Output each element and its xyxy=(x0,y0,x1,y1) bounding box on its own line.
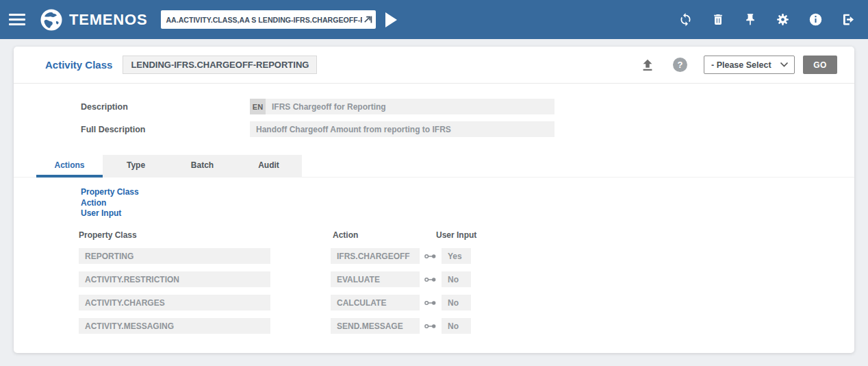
refresh-icon[interactable] xyxy=(678,12,693,27)
field-section: Description EN IFRS Chargeoff for Report… xyxy=(14,84,854,137)
logout-icon[interactable] xyxy=(841,12,856,27)
command-line-wrapper xyxy=(161,10,376,29)
action-field: CALCULATE xyxy=(331,295,420,310)
quick-link-action[interactable]: Action xyxy=(81,198,854,209)
full-description-row: Full Description Handoff Chargeoff Amoun… xyxy=(81,121,854,137)
record-card: Activity Class LENDING-IFRS.CHARGEOFF-RE… xyxy=(14,47,854,353)
user-input-field: No xyxy=(442,271,471,287)
globe-icon xyxy=(39,8,64,32)
action-field: EVALUATE xyxy=(331,271,420,287)
property-class-field: ACTIVITY.MESSAGING xyxy=(79,318,270,334)
top-bar: TEMENOS xyxy=(0,0,868,39)
property-class-field: ACTIVITY.RESTRICTION xyxy=(79,271,270,287)
user-input-field: No xyxy=(442,295,471,310)
version-select-value: - Please Select xyxy=(711,60,771,70)
full-description-value-wrap: Handoff Chargeoff Amount from reporting … xyxy=(250,121,554,137)
link-icon[interactable] xyxy=(424,276,436,283)
description-row: Description EN IFRS Chargeoff for Report… xyxy=(81,99,854,114)
full-description-label: Full Description xyxy=(81,125,250,134)
menu-icon[interactable] xyxy=(9,11,25,28)
user-input-field: No xyxy=(442,318,471,334)
quick-links: Property Class Action User Input xyxy=(81,187,854,219)
launch-icon[interactable] xyxy=(362,14,372,25)
record-header: Activity Class LENDING-IFRS.CHARGEOFF-RE… xyxy=(14,47,854,84)
header-toolbar: ? - Please Select GO xyxy=(640,56,837,74)
record-id: LENDING-IFRS.CHARGEOFF-REPORTING xyxy=(123,56,317,74)
column-header-action: Action xyxy=(333,230,436,240)
full-description-value: Handoff Chargeoff Amount from reporting … xyxy=(250,121,554,137)
link-icon[interactable] xyxy=(424,253,436,260)
column-header-property-class: Property Class xyxy=(79,230,333,240)
table-body: REPORTING IFRS.CHARGEOFF Yes ACTIVITY.RE… xyxy=(14,248,854,334)
settings-gear-icon[interactable] xyxy=(776,12,790,27)
quick-link-user-input[interactable]: User Input xyxy=(81,208,854,219)
topbar-actions xyxy=(678,12,856,27)
tab-batch[interactable]: Batch xyxy=(169,155,235,178)
user-input-field: Yes xyxy=(442,248,471,264)
tab-bar: Actions Type Batch Audit xyxy=(14,155,854,178)
action-field: IFRS.CHARGEOFF xyxy=(331,248,420,264)
run-command-icon[interactable] xyxy=(383,11,399,29)
temenos-logo[interactable]: TEMENOS xyxy=(39,8,147,32)
upload-icon[interactable] xyxy=(640,58,655,73)
table-row: ACTIVITY.CHARGES CALCULATE No xyxy=(79,295,854,310)
info-icon[interactable] xyxy=(808,12,823,27)
command-line-input[interactable] xyxy=(166,16,362,24)
brand-name: TEMENOS xyxy=(69,11,147,29)
tab-audit[interactable]: Audit xyxy=(235,155,302,178)
property-class-field: REPORTING xyxy=(79,248,270,264)
table-row: ACTIVITY.RESTRICTION EVALUATE No xyxy=(79,271,854,287)
language-badge: EN xyxy=(250,99,266,114)
description-value: IFRS Chargeoff for Reporting xyxy=(266,99,554,114)
link-icon[interactable] xyxy=(424,300,436,306)
version-select[interactable]: - Please Select xyxy=(704,56,795,74)
help-icon[interactable]: ? xyxy=(673,58,687,72)
description-label: Description xyxy=(81,102,250,112)
tab-type[interactable]: Type xyxy=(103,155,169,178)
link-icon[interactable] xyxy=(424,323,436,330)
description-value-wrap: EN IFRS Chargeoff for Reporting xyxy=(250,99,554,114)
page-title: Activity Class xyxy=(45,59,112,71)
action-field: SEND.MESSAGE xyxy=(331,318,420,334)
property-class-field: ACTIVITY.CHARGES xyxy=(79,295,270,310)
table-row: REPORTING IFRS.CHARGEOFF Yes xyxy=(79,248,854,264)
chevron-down-icon xyxy=(780,62,789,68)
go-button[interactable]: GO xyxy=(803,56,837,74)
quick-link-property-class[interactable]: Property Class xyxy=(81,187,854,198)
table-header-row: Property Class Action User Input xyxy=(79,230,854,240)
column-header-user-input: User Input xyxy=(436,230,476,240)
table-row: ACTIVITY.MESSAGING SEND.MESSAGE No xyxy=(79,318,854,334)
pin-icon[interactable] xyxy=(743,12,757,27)
delete-icon[interactable] xyxy=(711,12,725,27)
tab-actions[interactable]: Actions xyxy=(36,155,103,178)
